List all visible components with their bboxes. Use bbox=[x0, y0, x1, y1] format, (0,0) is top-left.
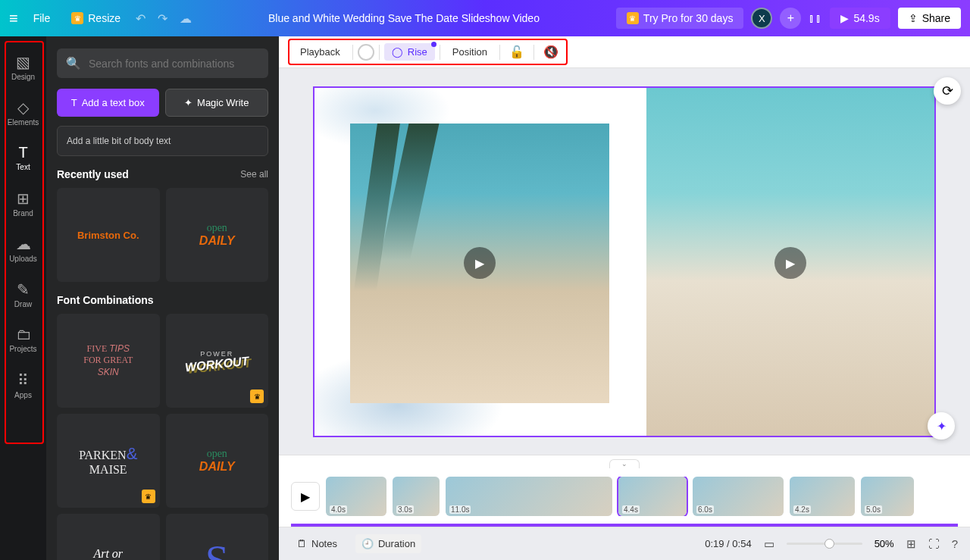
collapse-timeline-button[interactable]: ⌄ bbox=[609, 459, 640, 468]
rail-text[interactable]: TText bbox=[2, 136, 45, 179]
search-input[interactable] bbox=[89, 58, 259, 70]
context-toolbar: Playback ◯Rise Position 🔓 🔇 bbox=[279, 36, 970, 68]
font-tile-open-daily[interactable]: openDAILY bbox=[166, 188, 269, 282]
view-mode-icon[interactable]: ▭ bbox=[764, 537, 774, 551]
search-icon: 🔍 bbox=[66, 56, 81, 70]
magic-write-button[interactable]: ✦Magic Write bbox=[165, 89, 269, 117]
time-display: 0:19 / 0:54 bbox=[705, 538, 751, 549]
text-icon: T bbox=[18, 144, 27, 161]
search-box[interactable]: 🔍 bbox=[57, 48, 268, 78]
rail-projects[interactable]: 🗀Projects bbox=[2, 318, 45, 361]
timeline-clip[interactable]: 4.4s bbox=[618, 477, 687, 516]
add-member-button[interactable]: + bbox=[780, 8, 801, 29]
animation-icon: ◯ bbox=[392, 46, 403, 58]
see-all-link[interactable]: See all bbox=[240, 169, 268, 180]
rail-elements[interactable]: ◇Elements bbox=[2, 91, 45, 133]
fullscreen-icon[interactable]: ⛶ bbox=[928, 537, 940, 550]
uploads-icon: ☁ bbox=[16, 235, 31, 253]
position-button[interactable]: Position bbox=[445, 42, 495, 62]
font-tile-open-daily-2[interactable]: openDAILY bbox=[166, 414, 269, 508]
font-tile-s[interactable]: S bbox=[166, 514, 269, 560]
rail-brand[interactable]: ⊞Brand bbox=[2, 182, 45, 224]
annotation-highlight: Playback ◯Rise Position 🔓 🔇 bbox=[288, 39, 568, 65]
timeline-clip[interactable]: 4.2s bbox=[790, 477, 855, 516]
magic-fab-button[interactable]: ✦ bbox=[928, 412, 955, 440]
timeline-clip[interactable]: 11.0s bbox=[446, 477, 612, 516]
play-icon: ▶ bbox=[774, 247, 806, 279]
sparkle-icon: ✦ bbox=[184, 97, 192, 108]
font-tile-workout[interactable]: POWERWORKOUT♛ bbox=[166, 314, 269, 408]
timeline-play-button[interactable]: ▶ bbox=[291, 482, 320, 511]
text-icon: T bbox=[71, 97, 77, 108]
design-icon: ▧ bbox=[16, 53, 30, 71]
animation-rise-button[interactable]: ◯Rise bbox=[384, 43, 435, 61]
zoom-level[interactable]: 50% bbox=[875, 538, 894, 549]
projects-icon: 🗀 bbox=[16, 326, 31, 343]
rail-apps[interactable]: ⠿Apps bbox=[2, 364, 45, 406]
nav-rail: ▧Design ◇Elements TText ⊞Brand ☁Uploads … bbox=[0, 36, 46, 560]
resize-button[interactable]: ♛Resize bbox=[65, 9, 127, 27]
timeline-clip[interactable]: 6.0s bbox=[693, 477, 784, 516]
playback-button[interactable]: Playback bbox=[293, 42, 348, 62]
brand-icon: ⊞ bbox=[17, 189, 30, 208]
video-element-right[interactable]: ▶ bbox=[646, 88, 934, 437]
side-panel: 🔍 TAdd a text box ✦Magic Write Add a lit… bbox=[46, 36, 279, 560]
play-icon: ▶ bbox=[840, 12, 849, 24]
topbar: ≡ File ♛Resize ↶ ↷ ☁ Blue and White Wedd… bbox=[0, 0, 970, 36]
analytics-icon[interactable]: ⫾⫾ bbox=[809, 11, 822, 27]
add-body-text-button[interactable]: Add a little bit of body text bbox=[57, 126, 268, 156]
font-tile-skin[interactable]: FIVE TIPSFOR GREATSKIN bbox=[57, 314, 160, 408]
premium-badge-icon: ♛ bbox=[142, 490, 155, 503]
notes-icon: 🗒 bbox=[297, 538, 307, 549]
file-menu[interactable]: File bbox=[27, 9, 57, 27]
draw-icon: ✎ bbox=[17, 280, 30, 299]
play-preview-button[interactable]: ▶54.9s bbox=[830, 8, 890, 29]
play-icon: ▶ bbox=[464, 247, 496, 279]
section-title-font-combinations: Font Combinations bbox=[57, 294, 154, 306]
document-title[interactable]: Blue and White Wedding Save The Date Sli… bbox=[201, 12, 607, 24]
crown-icon: ♛ bbox=[627, 12, 639, 24]
font-tile-art[interactable]: Art orNOT bbox=[57, 514, 160, 560]
rail-draw[interactable]: ✎Draw bbox=[2, 273, 45, 315]
timeline-clip[interactable]: 3.0s bbox=[393, 477, 440, 516]
cloud-sync-icon[interactable]: ☁ bbox=[180, 11, 192, 26]
canvas-viewport: ▶ ▶ ⟳ ✦ bbox=[279, 68, 970, 455]
duration-button[interactable]: 🕘Duration bbox=[355, 534, 421, 553]
premium-badge-icon: ♛ bbox=[250, 389, 264, 403]
try-pro-button[interactable]: ♛Try Pro for 30 days bbox=[616, 8, 744, 29]
help-icon[interactable]: ? bbox=[952, 537, 958, 550]
canvas[interactable]: ▶ ▶ bbox=[313, 86, 936, 437]
hamburger-icon[interactable]: ≡ bbox=[9, 10, 18, 27]
crown-icon: ♛ bbox=[71, 12, 83, 24]
mute-icon[interactable]: 🔇 bbox=[539, 45, 563, 59]
share-button[interactable]: ⇪Share bbox=[898, 8, 961, 29]
lock-icon[interactable]: 🔓 bbox=[505, 45, 529, 59]
timeline-clip[interactable]: 4.0s bbox=[326, 477, 386, 516]
timeline: ▶ 4.0s3.0s11.0s4.4s6.0s4.2s5.0s bbox=[279, 469, 970, 524]
clock-icon: 🕘 bbox=[361, 538, 374, 549]
refresh-button[interactable]: ⟳ bbox=[934, 77, 961, 105]
redo-icon[interactable]: ↷ bbox=[158, 11, 167, 26]
user-avatar[interactable]: X bbox=[751, 8, 772, 29]
font-tile-brimston[interactable]: Brimston Co. bbox=[57, 188, 160, 282]
add-text-box-button[interactable]: TAdd a text box bbox=[57, 89, 159, 117]
section-title-recently-used: Recently used bbox=[57, 168, 129, 180]
undo-icon[interactable]: ↶ bbox=[136, 11, 146, 26]
zoom-slider[interactable] bbox=[787, 543, 862, 545]
timeline-clip[interactable]: 5.0s bbox=[861, 477, 914, 516]
bottom-bar: 🗒Notes 🕘Duration 0:19 / 0:54 ▭ 50% ⊞ ⛶ ? bbox=[279, 527, 970, 560]
elements-icon: ◇ bbox=[17, 99, 29, 117]
share-icon: ⇪ bbox=[909, 12, 918, 24]
font-tile-parken[interactable]: PARKEN&MAISE♛ bbox=[57, 414, 160, 508]
rail-uploads[interactable]: ☁Uploads bbox=[2, 227, 45, 270]
apps-icon: ⠿ bbox=[17, 371, 29, 389]
video-element-left[interactable]: ▶ bbox=[350, 124, 609, 403]
color-picker-button[interactable] bbox=[358, 44, 374, 61]
notes-button[interactable]: 🗒Notes bbox=[291, 534, 343, 553]
rail-design[interactable]: ▧Design bbox=[2, 45, 45, 88]
grid-view-icon[interactable]: ⊞ bbox=[906, 537, 916, 551]
